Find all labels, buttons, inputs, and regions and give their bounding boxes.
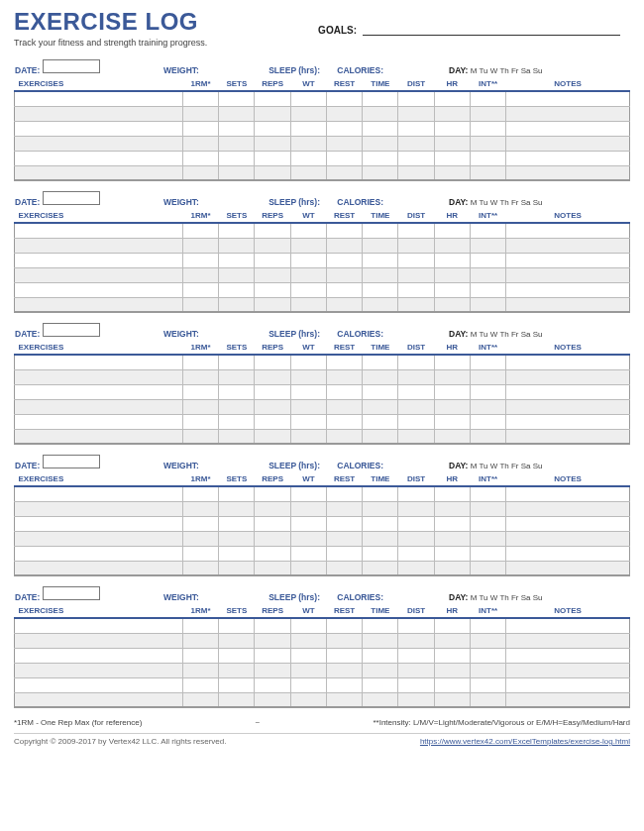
- table-cell[interactable]: [470, 136, 505, 151]
- table-cell[interactable]: [182, 399, 218, 414]
- table-cell[interactable]: [182, 223, 218, 238]
- table-cell[interactable]: [15, 501, 183, 516]
- table-cell[interactable]: [506, 91, 630, 106]
- table-cell[interactable]: [363, 561, 398, 575]
- table-cell[interactable]: [15, 253, 183, 267]
- table-cell[interactable]: [219, 282, 255, 297]
- date-input[interactable]: [43, 586, 100, 600]
- table-cell[interactable]: [470, 399, 505, 414]
- table-cell[interactable]: [290, 297, 326, 312]
- table-cell[interactable]: [326, 516, 362, 531]
- table-cell[interactable]: [398, 429, 434, 444]
- table-cell[interactable]: [15, 384, 183, 399]
- table-cell[interactable]: [290, 355, 326, 369]
- table-cell[interactable]: [290, 399, 326, 414]
- table-cell[interactable]: [363, 369, 398, 384]
- table-cell[interactable]: [506, 648, 630, 663]
- table-cell[interactable]: [326, 531, 362, 546]
- table-cell[interactable]: [470, 165, 505, 180]
- table-cell[interactable]: [470, 516, 505, 531]
- table-cell[interactable]: [326, 136, 362, 151]
- table-cell[interactable]: [326, 399, 362, 414]
- table-cell[interactable]: [255, 355, 290, 369]
- table-cell[interactable]: [182, 414, 218, 429]
- table-cell[interactable]: [255, 516, 290, 531]
- table-cell[interactable]: [470, 223, 505, 238]
- table-cell[interactable]: [506, 429, 630, 444]
- table-cell[interactable]: [182, 663, 218, 677]
- table-cell[interactable]: [15, 136, 183, 151]
- table-cell[interactable]: [182, 106, 218, 121]
- table-cell[interactable]: [15, 355, 183, 369]
- table-cell[interactable]: [326, 561, 362, 575]
- table-cell[interactable]: [506, 414, 630, 429]
- table-cell[interactable]: [219, 369, 255, 384]
- table-cell[interactable]: [434, 677, 470, 692]
- table-cell[interactable]: [15, 561, 183, 575]
- table-cell[interactable]: [363, 414, 398, 429]
- table-cell[interactable]: [470, 106, 505, 121]
- table-cell[interactable]: [363, 618, 398, 633]
- table-cell[interactable]: [219, 414, 255, 429]
- table-cell[interactable]: [290, 546, 326, 561]
- table-cell[interactable]: [255, 136, 290, 151]
- table-cell[interactable]: [506, 297, 630, 312]
- table-cell[interactable]: [434, 531, 470, 546]
- table-cell[interactable]: [363, 297, 398, 312]
- table-cell[interactable]: [219, 106, 255, 121]
- table-cell[interactable]: [398, 282, 434, 297]
- table-cell[interactable]: [326, 486, 362, 501]
- table-cell[interactable]: [326, 121, 362, 136]
- table-cell[interactable]: [255, 121, 290, 136]
- table-cell[interactable]: [506, 633, 630, 648]
- table-cell[interactable]: [255, 633, 290, 648]
- date-input[interactable]: [43, 323, 100, 337]
- table-cell[interactable]: [326, 692, 362, 707]
- goals-input-line[interactable]: [363, 22, 620, 36]
- table-cell[interactable]: [290, 165, 326, 180]
- table-cell[interactable]: [506, 253, 630, 267]
- table-cell[interactable]: [182, 648, 218, 663]
- table-cell[interactable]: [326, 429, 362, 444]
- table-cell[interactable]: [434, 253, 470, 267]
- table-cell[interactable]: [255, 282, 290, 297]
- table-cell[interactable]: [290, 106, 326, 121]
- table-cell[interactable]: [398, 618, 434, 633]
- table-cell[interactable]: [398, 136, 434, 151]
- table-cell[interactable]: [182, 429, 218, 444]
- table-cell[interactable]: [434, 663, 470, 677]
- date-input[interactable]: [43, 191, 100, 205]
- table-cell[interactable]: [290, 282, 326, 297]
- table-cell[interactable]: [434, 267, 470, 282]
- table-cell[interactable]: [15, 486, 183, 501]
- table-cell[interactable]: [398, 399, 434, 414]
- table-cell[interactable]: [326, 253, 362, 267]
- table-cell[interactable]: [255, 151, 290, 165]
- date-input[interactable]: [43, 59, 100, 73]
- table-cell[interactable]: [363, 663, 398, 677]
- table-cell[interactable]: [470, 121, 505, 136]
- table-cell[interactable]: [255, 429, 290, 444]
- table-cell[interactable]: [470, 91, 505, 106]
- table-cell[interactable]: [398, 414, 434, 429]
- table-cell[interactable]: [290, 369, 326, 384]
- table-cell[interactable]: [182, 369, 218, 384]
- table-cell[interactable]: [182, 136, 218, 151]
- table-cell[interactable]: [398, 516, 434, 531]
- table-cell[interactable]: [470, 369, 505, 384]
- table-cell[interactable]: [255, 663, 290, 677]
- table-cell[interactable]: [434, 399, 470, 414]
- table-cell[interactable]: [219, 692, 255, 707]
- table-cell[interactable]: [506, 369, 630, 384]
- table-cell[interactable]: [255, 91, 290, 106]
- table-cell[interactable]: [506, 663, 630, 677]
- table-cell[interactable]: [470, 414, 505, 429]
- table-cell[interactable]: [398, 633, 434, 648]
- table-cell[interactable]: [182, 531, 218, 546]
- table-cell[interactable]: [398, 531, 434, 546]
- table-cell[interactable]: [255, 486, 290, 501]
- table-cell[interactable]: [434, 136, 470, 151]
- table-cell[interactable]: [363, 633, 398, 648]
- table-cell[interactable]: [326, 677, 362, 692]
- table-cell[interactable]: [326, 106, 362, 121]
